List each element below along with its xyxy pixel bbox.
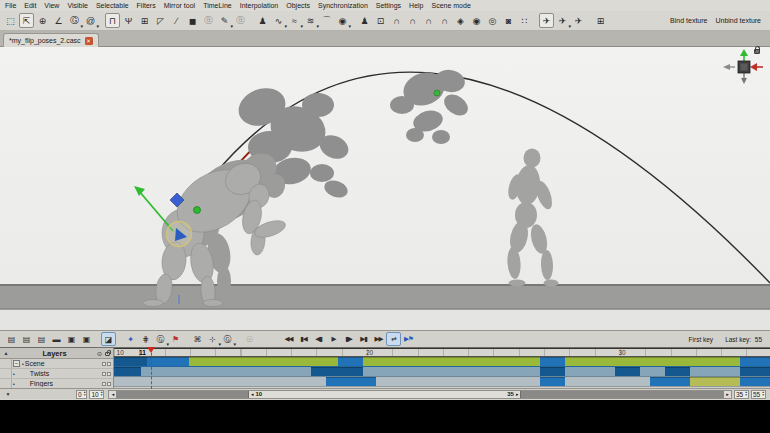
capture-region-icon[interactable]: ∷ xyxy=(517,13,532,28)
thumb-right-arrow-icon[interactable]: ▸ xyxy=(516,391,519,397)
menu-timeline[interactable]: TimeLine xyxy=(203,2,232,9)
loop-button[interactable]: ⇄ xyxy=(386,332,401,346)
global-mode-icon[interactable]: ⊕ xyxy=(35,13,50,28)
curves-filter-icon[interactable]: ≈▾ xyxy=(287,13,302,28)
lock-icon[interactable] xyxy=(105,352,110,356)
scene-track-segment[interactable] xyxy=(338,357,363,366)
eye-icon[interactable]: ⊙ xyxy=(97,350,102,357)
ghost-settings-icon[interactable]: Ⓖ▾ xyxy=(153,332,168,346)
menu-view[interactable]: View xyxy=(44,2,59,9)
wave-filter-icon[interactable]: ∿▾ xyxy=(271,13,286,28)
tracks-area[interactable]: 10112030 xyxy=(114,348,770,389)
layer-visibility-toggle[interactable] xyxy=(102,372,106,376)
twists-track[interactable] xyxy=(114,367,770,377)
hood-b-icon[interactable]: ∩ xyxy=(405,13,420,28)
arch-a-icon[interactable]: ∩ xyxy=(421,13,436,28)
cube-icon[interactable]: ◼ xyxy=(185,13,200,28)
scene-track[interactable] xyxy=(114,357,770,367)
jump-start-button[interactable]: ◀◀ xyxy=(281,332,296,346)
tag-icon[interactable]: ◸ xyxy=(153,13,168,28)
twists-track-segment[interactable] xyxy=(665,367,690,376)
rotation-mode-icon[interactable]: @▾ xyxy=(83,13,98,28)
character-icon[interactable]: ♟ xyxy=(255,13,270,28)
camera-lock-icon[interactable] xyxy=(754,49,760,54)
camera-icon[interactable]: ◙ xyxy=(501,13,516,28)
timeline-ruler[interactable]: 10112030 xyxy=(114,348,770,357)
autoposing-b-icon[interactable]: ⓐ xyxy=(233,13,248,28)
menu-filters[interactable]: Filters xyxy=(137,2,156,9)
layer-row-twists[interactable]: •Twists xyxy=(0,369,113,379)
fingers-track-segment[interactable] xyxy=(690,377,740,386)
scene-track-segment[interactable] xyxy=(114,357,147,366)
jump-end-button[interactable]: ▶▶ xyxy=(371,332,386,346)
target-icon[interactable]: ◎ xyxy=(485,13,500,28)
menu-selectable[interactable]: Selectable xyxy=(96,2,129,9)
twists-track-segment[interactable] xyxy=(540,367,565,376)
layer-lock-toggle[interactable] xyxy=(107,372,111,376)
viewport-canvas[interactable] xyxy=(0,47,770,330)
first-key-button[interactable]: First key xyxy=(689,336,714,343)
ghost-mode-icon[interactable]: Ⓖ▾ xyxy=(220,332,235,346)
next-frame-button[interactable]: ▮▶ xyxy=(341,332,356,346)
fingers-track-segment[interactable] xyxy=(326,377,376,386)
copy-interval-left-icon[interactable]: ▤ xyxy=(4,332,19,346)
scene-tab[interactable]: *my_flip_poses_2.casc ✕ xyxy=(3,33,99,47)
bind-texture-button[interactable]: Bind texture xyxy=(670,17,707,24)
prev-frame-button[interactable]: ◀▮ xyxy=(311,332,326,346)
bracket-icon[interactable]: ⌒ xyxy=(319,13,334,28)
view-end-spinbox[interactable]: 35 ▴▾ xyxy=(734,390,749,399)
shield-icon[interactable]: ◈ xyxy=(453,13,468,28)
scroll-track-left[interactable] xyxy=(117,391,248,398)
box-3d-icon[interactable]: ⊞ xyxy=(137,13,152,28)
menu-visible[interactable]: Visible xyxy=(67,2,88,9)
tab-close-icon[interactable]: ✕ xyxy=(85,37,93,45)
comb-icon[interactable]: ⋕ xyxy=(138,332,153,346)
scene-track-segment[interactable] xyxy=(147,357,189,366)
autoposing-a-icon[interactable]: ⓐ xyxy=(201,13,216,28)
scene-end-spinbox[interactable]: 55 ▴▾ xyxy=(751,390,766,399)
transform-tool-icon[interactable]: ⇱ xyxy=(19,13,34,28)
playhead[interactable] xyxy=(151,348,152,389)
copy-interval-right-icon[interactable]: ▤ xyxy=(19,332,34,346)
globe-check-icon[interactable]: ◉ xyxy=(469,13,484,28)
track-display-icon[interactable]: ◪ xyxy=(101,332,116,346)
easel-icon[interactable]: ⊓ xyxy=(105,13,120,28)
menu-objects[interactable]: Objects xyxy=(286,2,310,9)
key-icon[interactable]: ✦ xyxy=(123,332,138,346)
menu-interpolation[interactable]: Interpolation xyxy=(240,2,279,9)
snapshot-b-icon[interactable]: ▣ xyxy=(79,332,94,346)
viewport[interactable] xyxy=(0,47,770,330)
menu-mirror-tool[interactable]: Mirror tool xyxy=(164,2,196,9)
scene-track-segment[interactable] xyxy=(540,357,565,366)
menu-settings[interactable]: Settings xyxy=(376,2,401,9)
twists-track-segment[interactable] xyxy=(740,367,770,376)
layer-lock-toggle[interactable] xyxy=(107,382,111,386)
fill-interval-icon[interactable]: ▬ xyxy=(49,332,64,346)
thumb-left-arrow-icon[interactable]: ◂ xyxy=(251,391,254,397)
layers-scroll-up-icon[interactable]: ▲ xyxy=(0,350,12,356)
scene-track-segment[interactable] xyxy=(740,357,770,366)
layers-scroll-down-icon[interactable]: ▼ xyxy=(2,391,14,397)
scroll-right-icon[interactable]: ▸ xyxy=(723,391,731,398)
fly-mode-b-icon[interactable]: ✈▾ xyxy=(555,13,570,28)
twists-track-segment[interactable] xyxy=(615,367,640,376)
twists-track-segment[interactable] xyxy=(311,367,363,376)
curves2-filter-icon[interactable]: ≋▾ xyxy=(303,13,318,28)
fly-mode-icon[interactable]: ✈ xyxy=(539,13,554,28)
scene-track-segment[interactable] xyxy=(565,357,739,366)
scene-start-spinbox[interactable]: 0 ▴▾ xyxy=(76,390,87,399)
copy-interval-icon[interactable]: ▤ xyxy=(34,332,49,346)
timeline-scrollbar[interactable]: ◂ ◂ 10 35 ▸ ▸ xyxy=(108,390,732,399)
prev-key-button[interactable]: ▮◀ xyxy=(296,332,311,346)
line-tool-icon[interactable]: ∕ xyxy=(169,13,184,28)
fingers-track-segment[interactable] xyxy=(540,377,565,386)
play-from-flag-button[interactable]: ▶⚑ xyxy=(401,332,416,346)
twists-track-segment[interactable] xyxy=(114,367,141,376)
layer-lock-toggle[interactable] xyxy=(107,362,111,366)
view-start-spinbox[interactable]: 10 ▴▾ xyxy=(89,390,104,399)
menu-edit[interactable]: Edit xyxy=(24,2,36,9)
fly-mode-c-icon[interactable]: ✈ xyxy=(571,13,586,28)
scene-track-segment[interactable] xyxy=(189,357,339,366)
snapshot-icon[interactable]: ▣ xyxy=(64,332,79,346)
snap-keys-icon[interactable]: ⌘ xyxy=(190,332,205,346)
